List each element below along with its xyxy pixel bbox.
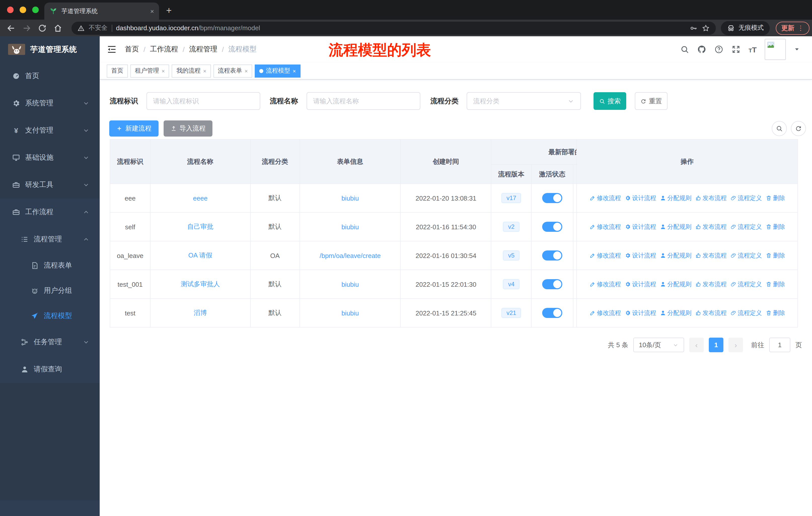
form-info-link[interactable]: /bpm/oa/leave/create xyxy=(320,252,381,259)
sidebar-item-process-model[interactable]: 流程模型 xyxy=(0,303,100,329)
action-assign-rule-link[interactable]: 分配规则 xyxy=(660,251,691,260)
window-zoom-button[interactable] xyxy=(32,6,39,13)
sidebar-item-user-group[interactable]: 用户分组 xyxy=(0,278,100,303)
model-name-link[interactable]: OA 请假 xyxy=(188,251,212,260)
action-design-link[interactable]: 设计流程 xyxy=(625,194,656,202)
new-tab-button[interactable]: + xyxy=(166,4,172,17)
action-delete-link[interactable]: 删除 xyxy=(765,222,785,231)
model-name-link[interactable]: eeee xyxy=(193,194,208,202)
action-assign-rule-link[interactable]: 分配规则 xyxy=(660,280,691,289)
action-delete-link[interactable]: 删除 xyxy=(765,309,785,317)
next-page-button[interactable]: › xyxy=(728,337,743,352)
help-icon[interactable] xyxy=(714,45,723,54)
page-size-select[interactable]: 10条/页 xyxy=(633,337,684,352)
sidebar-item-process-form[interactable]: 流程表单 xyxy=(0,253,100,278)
action-publish-link[interactable]: 发布流程 xyxy=(695,309,727,317)
bookmark-star-icon[interactable] xyxy=(702,24,710,32)
action-publish-link[interactable]: 发布流程 xyxy=(695,194,727,202)
tag-home[interactable]: 首页 xyxy=(107,64,128,77)
github-icon[interactable] xyxy=(697,45,706,54)
active-toggle[interactable] xyxy=(542,250,562,261)
sidebar-item-process-manage[interactable]: 流程管理 xyxy=(0,226,100,253)
action-design-link[interactable]: 设计流程 xyxy=(625,222,656,231)
breadcrumb-home[interactable]: 首页 xyxy=(125,45,139,54)
action-edit-link[interactable]: 修改流程 xyxy=(589,309,621,317)
action-edit-link[interactable]: 修改流程 xyxy=(589,280,621,289)
sidebar-collapse-icon[interactable] xyxy=(107,44,117,54)
back-icon[interactable] xyxy=(6,23,16,32)
app-logo-row[interactable]: 芋道管理系统 xyxy=(0,36,100,62)
action-delete-link[interactable]: 删除 xyxy=(765,251,785,260)
action-delete-link[interactable]: 删除 xyxy=(765,280,785,289)
fullscreen-icon[interactable] xyxy=(731,45,741,54)
chrome-update-button[interactable]: 更新 ⋮ xyxy=(776,21,810,34)
form-info-link[interactable]: biubiu xyxy=(341,223,359,230)
sidebar-item-pay[interactable]: ¥ 支付管理 xyxy=(0,117,100,144)
sidebar-item-infra[interactable]: 基础设施 xyxy=(0,144,100,171)
password-key-icon[interactable] xyxy=(690,24,698,32)
address-bar[interactable]: 不安全 dashboard.yudao.iocoder.cn/bpm/manag… xyxy=(71,21,716,34)
filter-name-input[interactable] xyxy=(307,92,420,110)
action-edit-link[interactable]: 修改流程 xyxy=(589,251,621,260)
active-toggle[interactable] xyxy=(542,193,562,203)
model-name-link[interactable]: 滔博 xyxy=(194,308,207,318)
action-edit-link[interactable]: 修改流程 xyxy=(589,222,621,231)
create-process-button[interactable]: 新建流程 xyxy=(109,120,158,137)
model-name-link[interactable]: 测试多审批人 xyxy=(181,280,220,289)
tag-close-icon[interactable]: × xyxy=(162,68,165,74)
reload-icon[interactable] xyxy=(38,23,47,32)
font-size-icon[interactable]: TT xyxy=(749,45,757,54)
url-text[interactable]: dashboard.yudao.iocoder.cn/bpm/manager/m… xyxy=(116,24,260,32)
tag-tenant[interactable]: 租户管理× xyxy=(130,64,169,77)
current-page-button[interactable]: 1 xyxy=(709,337,723,352)
action-assign-rule-link[interactable]: 分配规则 xyxy=(660,309,691,317)
breadcrumb-workflow[interactable]: 工作流程 xyxy=(150,45,178,54)
avatar-caret-icon[interactable] xyxy=(794,46,800,52)
tag-my-process[interactable]: 我的流程× xyxy=(172,64,211,77)
sidebar-item-system[interactable]: 系统管理 xyxy=(0,90,100,117)
active-toggle[interactable] xyxy=(542,308,562,318)
tag-process-form[interactable]: 流程表单× xyxy=(213,64,253,77)
sidebar-item-task-manage[interactable]: 任务管理 xyxy=(0,329,100,356)
prev-page-button[interactable]: ‹ xyxy=(689,337,704,352)
browser-menu-icon[interactable]: ⋮ xyxy=(798,24,804,32)
avatar[interactable] xyxy=(765,39,786,60)
forward-icon[interactable] xyxy=(22,23,31,32)
tag-close-icon[interactable]: × xyxy=(245,68,248,74)
model-name-link[interactable]: 自己审批 xyxy=(187,222,213,231)
action-definition-link[interactable]: 流程定义 xyxy=(730,222,762,231)
reset-button[interactable]: 重置 xyxy=(635,92,668,110)
sidebar-item-leave-query[interactable]: 请假查询 xyxy=(0,356,100,383)
action-design-link[interactable]: 设计流程 xyxy=(625,309,656,317)
tab-close-button[interactable]: × xyxy=(150,7,154,15)
not-secure-icon[interactable] xyxy=(78,24,85,31)
window-minimize-button[interactable] xyxy=(20,6,26,13)
home-icon[interactable] xyxy=(53,23,62,32)
sidebar-item-home[interactable]: 首页 xyxy=(0,62,100,90)
refresh-table-button[interactable] xyxy=(791,121,806,136)
action-assign-rule-link[interactable]: 分配规则 xyxy=(660,222,691,231)
browser-tab[interactable]: 芋道管理系统 × xyxy=(44,2,159,20)
action-assign-rule-link[interactable]: 分配规则 xyxy=(660,194,691,202)
goto-page-input[interactable] xyxy=(769,337,790,352)
tag-close-icon[interactable]: × xyxy=(203,68,206,74)
filter-category-select[interactable]: 流程分类 xyxy=(467,92,581,110)
tag-close-icon[interactable]: × xyxy=(293,68,296,74)
action-definition-link[interactable]: 流程定义 xyxy=(730,251,762,260)
action-publish-link[interactable]: 发布流程 xyxy=(695,280,727,289)
action-definition-link[interactable]: 流程定义 xyxy=(730,309,762,317)
sidebar-item-workflow[interactable]: 工作流程 xyxy=(0,198,100,226)
action-design-link[interactable]: 设计流程 xyxy=(625,280,656,289)
form-info-link[interactable]: biubiu xyxy=(341,194,359,202)
breadcrumb-process-manage[interactable]: 流程管理 xyxy=(189,45,218,54)
window-close-button[interactable] xyxy=(7,6,13,13)
form-info-link[interactable]: biubiu xyxy=(341,280,359,288)
active-toggle[interactable] xyxy=(542,222,562,232)
filter-id-input[interactable] xyxy=(146,92,260,110)
action-delete-link[interactable]: 删除 xyxy=(765,194,785,202)
import-process-button[interactable]: 导入流程 xyxy=(164,120,212,137)
action-publish-link[interactable]: 发布流程 xyxy=(695,251,727,260)
active-toggle[interactable] xyxy=(542,279,562,289)
tag-process-model[interactable]: 流程模型× xyxy=(255,64,300,77)
action-edit-link[interactable]: 修改流程 xyxy=(589,194,621,202)
